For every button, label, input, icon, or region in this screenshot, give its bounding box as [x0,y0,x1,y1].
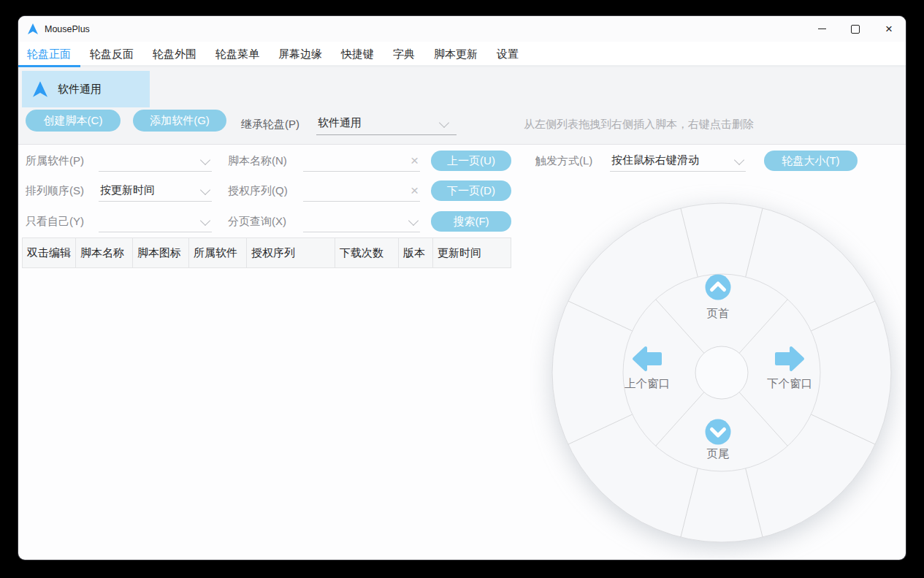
chevron-down-icon [734,155,744,165]
add-software-button[interactable]: 添加软件(G) [133,110,226,132]
software-select[interactable] [99,150,212,172]
tab-item[interactable]: 设置 [487,42,528,67]
minimize-icon [818,28,826,29]
script-name-input[interactable]: × [303,150,420,172]
chevron-down-icon [200,216,210,226]
chevron-down-icon [200,155,210,165]
script-name-label: 脚本名称(N) [228,150,287,172]
table-header: 双击编辑脚本名称脚本图标所属软件授权序列下载次数版本更新时间 [22,237,511,268]
wheel-down-label: 页尾 [707,447,730,460]
column-header[interactable]: 授权序列 [247,238,335,267]
inherit-wheel-select[interactable]: 软件通用 [316,113,457,135]
column-header[interactable]: 更新时间 [433,238,511,267]
app-window: MousePlus × 轮盘正面轮盘反面轮盘外围轮盘菜单屏幕边缘快捷键字典脚本更… [18,16,906,560]
trigger-mode-select[interactable]: 按住鼠标右键滑动 [610,150,746,172]
tab-item[interactable]: 轮盘反面 [80,42,143,67]
tab-item[interactable]: 屏幕边缘 [269,42,332,67]
license-input[interactable]: × [303,180,420,202]
wheel-size-button[interactable]: 轮盘大小(T) [764,151,858,171]
close-icon: × [885,23,893,35]
tab-item[interactable]: 字典 [383,42,424,67]
wheel-up-label: 页首 [707,307,730,319]
trigger-mode-label: 触发方式(L) [535,150,592,172]
title-bar[interactable]: MousePlus × [18,16,906,42]
wheel-center-circle[interactable] [695,346,748,399]
prev-page-button[interactable]: 上一页(U) [431,151,511,171]
chevron-down-circle-icon [706,419,731,445]
cursor-arrow-icon [33,81,47,97]
tab-item[interactable]: 脚本更新 [424,42,487,67]
column-header[interactable]: 下载次数 [335,238,399,267]
drag-hint-text: 从左侧列表拖拽到右侧插入脚本，右键点击删除 [524,113,754,135]
chevron-down-icon [200,185,210,195]
close-button[interactable]: × [872,16,906,42]
window-title: MousePlus [45,24,90,34]
tab-item[interactable]: 轮盘菜单 [206,42,269,67]
wheel-group-tab[interactable]: 软件通用 [22,71,150,107]
search-button[interactable]: 搜索(F) [431,211,511,232]
order-select[interactable]: 按更新时间 [99,180,212,202]
wheel-preview: 页首 页尾 上个窗口 下个窗口 [530,184,906,560]
chevron-down-icon [439,118,449,128]
column-header[interactable]: 版本 [399,238,433,267]
clear-icon[interactable]: × [411,153,419,167]
chevron-down-icon [408,216,419,226]
next-page-button[interactable]: 下一页(D) [431,180,511,201]
app-logo-icon [28,23,38,34]
inherit-wheel-label: 继承轮盘(P) [241,113,299,135]
create-script-button[interactable]: 创建脚本(C) [26,110,121,132]
column-header[interactable]: 双击编辑 [23,238,76,267]
screen: MousePlus × 轮盘正面轮盘反面轮盘外围轮盘菜单屏幕边缘快捷键字典脚本更… [0,0,924,578]
inherit-wheel-value: 软件通用 [318,116,362,130]
chevron-up-circle-icon [706,275,731,300]
maximize-icon [851,25,860,34]
order-label: 排列顺序(S) [26,180,84,202]
window-controls: × [805,16,906,42]
tab-item[interactable]: 轮盘外围 [143,42,206,67]
tab-item[interactable]: 轮盘正面 [18,42,80,67]
only-mine-label: 只看自己(Y) [26,210,84,232]
maximize-button[interactable] [839,16,872,42]
paging-select[interactable] [303,210,420,232]
tab-item[interactable]: 快捷键 [332,42,383,67]
wheel-right-label: 下个窗口 [767,377,812,389]
only-mine-select[interactable] [99,210,212,232]
wheel-group-label: 软件通用 [58,83,102,96]
column-header[interactable]: 脚本图标 [133,238,189,267]
column-header[interactable]: 所属软件 [189,238,247,267]
minimize-button[interactable] [805,16,839,42]
wheel-sector-down[interactable]: 页尾 [706,419,731,460]
software-label: 所属软件(P) [26,150,84,172]
clear-icon[interactable]: × [411,183,419,197]
paging-label: 分页查询(X) [228,210,286,232]
column-header[interactable]: 脚本名称 [76,238,133,267]
wheel-left-label: 上个窗口 [625,377,670,389]
trigger-mode-value: 按住鼠标右键滑动 [611,153,699,167]
license-label: 授权序列(Q) [228,180,288,202]
tab-bar: 轮盘正面轮盘反面轮盘外围轮盘菜单屏幕边缘快捷键字典脚本更新设置 [18,42,906,67]
header-section: 软件通用 创建脚本(C) 添加软件(G) 继承轮盘(P) 软件通用 从左侧列表拖… [18,67,906,145]
order-value: 按更新时间 [100,183,155,197]
